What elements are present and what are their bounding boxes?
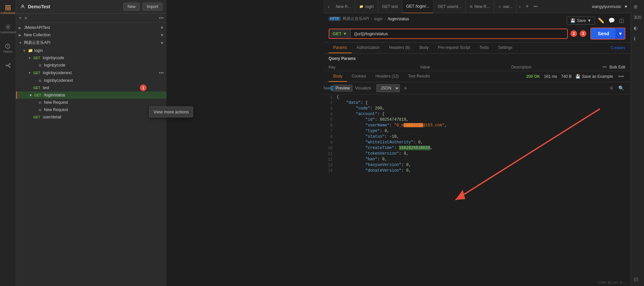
- tab-tests[interactable]: Tests: [475, 43, 493, 53]
- method-chevron: ▼: [343, 31, 347, 36]
- visualize-format-btn[interactable]: Visualize: [353, 84, 374, 92]
- response-format-bar: 🌐 Raw Visualize Raw Preview Visualize JS…: [323, 82, 631, 94]
- folder-login[interactable]: ▼ 📁 login: [16, 47, 166, 54]
- workspace-name: wangyiyunmusic: [592, 4, 621, 9]
- tab-getloginstatus[interactable]: GET /login/...: [402, 0, 434, 13]
- request-label: New Request: [44, 100, 164, 105]
- url-input[interactable]: [351, 29, 567, 38]
- add-collection-btn[interactable]: +: [19, 15, 22, 21]
- response-status: 200 OK 161 ms 740 B 💾 Save as Example ••…: [526, 72, 625, 81]
- edit-icon-btn[interactable]: ✏️: [596, 16, 606, 25]
- sidebar-flow-btn[interactable]: [3, 61, 13, 71]
- res-tab-testresults[interactable]: Test Results: [404, 71, 435, 82]
- res-tab-cookies[interactable]: Cookies: [347, 71, 371, 82]
- res-tab-body[interactable]: Body: [329, 71, 347, 82]
- res-tab-headers[interactable]: Headers (12): [371, 71, 404, 82]
- request-icon: ⊞: [39, 64, 41, 67]
- wrap-icon-btn[interactable]: ≡: [403, 84, 408, 92]
- collection-newcol[interactable]: ▶ New Collection ★: [16, 31, 166, 39]
- tab-settings[interactable]: Settings: [493, 43, 517, 53]
- tab-label: GET /login/...: [406, 4, 430, 9]
- format-select[interactable]: JSON XML HTML Text: [376, 84, 400, 92]
- tab-more-btn[interactable]: •••: [531, 3, 540, 10]
- history-label: History: [3, 50, 12, 53]
- new-button[interactable]: New: [123, 3, 140, 11]
- import-button[interactable]: Import: [143, 3, 162, 11]
- tab-newreq2[interactable]: ⊞ New R...: [466, 0, 494, 13]
- svg-rect-3: [8, 8, 10, 10]
- workspace-selector[interactable]: wangyiyunmusic ▼: [592, 4, 628, 9]
- json-line: 14 "donateVersion": 0,: [323, 168, 631, 174]
- item-loginbycode[interactable]: ▼ GET loginbycode: [16, 54, 166, 62]
- save-example-btn[interactable]: 💾 Save as Example: [575, 74, 613, 79]
- side-panel-icon-btn[interactable]: ◫: [618, 16, 625, 25]
- item-userdetail[interactable]: ▶ GET user/detail: [16, 113, 166, 121]
- item-loginbycodenext[interactable]: ▼ GET loginbycodenext •••: [16, 69, 166, 77]
- method-get-badge: GET: [33, 71, 40, 75]
- send-dropdown-btn[interactable]: ▼: [616, 28, 624, 39]
- collection-wyyy[interactable]: ▼ 网易云音乐API ★: [16, 39, 166, 47]
- more-dots-btn[interactable]: •••: [159, 70, 164, 75]
- cookies-link[interactable]: Cookies: [611, 46, 625, 50]
- bulk-edit-btn[interactable]: Bulk Edit: [609, 65, 625, 70]
- params-dots[interactable]: •••: [603, 65, 607, 70]
- folder-label: login: [34, 48, 164, 53]
- copy-icon-btn[interactable]: ⎘: [609, 84, 614, 92]
- new-request-1[interactable]: ⊞ New Request: [16, 99, 166, 106]
- tab-params[interactable]: Params: [329, 43, 352, 53]
- folder-tab-icon: 📁: [359, 5, 363, 8]
- tab-newrequest[interactable]: New R...: [332, 0, 355, 13]
- raw-format-btn[interactable]: Raw: [323, 84, 333, 92]
- star-icon: ★: [160, 25, 164, 30]
- collection-label: New Collection: [24, 33, 159, 37]
- collection-jmeter[interactable]: ▶ JMeterAPITest ★: [16, 24, 166, 31]
- sidebar-collections-btn[interactable]: Collections: [0, 3, 17, 17]
- search-icon-btn[interactable]: 🔍: [617, 84, 625, 92]
- sort-btn[interactable]: ≡: [24, 15, 27, 21]
- right-panel-icon-4[interactable]: ℹ: [632, 35, 643, 43]
- preview-format-btn[interactable]: Preview: [333, 84, 353, 92]
- item-loginstatus[interactable]: ▼ GET /login/status: [16, 91, 166, 99]
- send-button[interactable]: Send: [591, 28, 616, 39]
- json-line: 7 "type": 0,: [323, 128, 631, 134]
- tab-label: New R...: [475, 4, 490, 9]
- json-line: 1 {: [323, 94, 631, 100]
- method-select[interactable]: GET ▼: [329, 29, 351, 38]
- environments-label: Environments: [0, 31, 17, 34]
- right-panel-icon-3[interactable]: ◐: [632, 24, 643, 32]
- new-request-2[interactable]: ⊞ New Request: [16, 106, 166, 113]
- tab-gettest[interactable]: GET test: [378, 0, 402, 13]
- collection-tree: ▶ JMeterAPITest ★ ▶ New Collection ★ ▼ 网…: [16, 23, 166, 286]
- tab-next-btn[interactable]: ›: [517, 2, 522, 11]
- request-loginbycode[interactable]: ⊞ loginbycode: [16, 62, 166, 69]
- item-label: user/detail: [43, 115, 164, 119]
- more-options-btn[interactable]: •••: [159, 15, 164, 21]
- tab-add-btn[interactable]: +: [523, 2, 532, 11]
- item-test[interactable]: ▶ GET test 1: [16, 84, 166, 91]
- right-panel-icon-5[interactable]: ⟨/⟩: [632, 275, 643, 283]
- tab-prev-btn[interactable]: ‹: [326, 2, 332, 11]
- url-bar: GET ▼ 2 3 Send ▼: [329, 28, 625, 40]
- tab-getuserdetail[interactable]: GET user/d...: [434, 0, 466, 13]
- url-bar-right-actions: 💾 Save ▼ ✏️ 💬 ◫: [567, 16, 625, 25]
- tab-body[interactable]: Body: [415, 43, 433, 53]
- params-header: Key Value Description ••• Bulk Edit: [323, 64, 631, 71]
- tab-prerequest[interactable]: Pre-request Script: [433, 43, 475, 53]
- save-button[interactable]: 💾 Save ▼: [567, 17, 595, 25]
- sidebar-history-btn[interactable]: History: [1, 41, 14, 55]
- method-label: GET: [333, 31, 342, 36]
- comment-icon-btn[interactable]: 💬: [607, 16, 616, 25]
- right-panel-icon-1[interactable]: ⊞: [632, 3, 643, 11]
- response-more-btn[interactable]: •••: [617, 72, 625, 81]
- method-get-badge: GET: [33, 86, 40, 90]
- request-loginbycodenext[interactable]: ⊞ loginbycodenext: [16, 77, 166, 84]
- json-body: 1 { 2 "data": { 3 "code": 200, 4 "accoun…: [323, 94, 631, 286]
- svg-rect-0: [6, 5, 7, 7]
- right-panel-icon-2[interactable]: 300: [632, 13, 643, 21]
- tab-authorization[interactable]: Authorization: [352, 43, 384, 53]
- json-line: 10 "createTime": 1662826838020,: [323, 145, 631, 151]
- request-tabs: Params Authorization Headers (6) Body Pr…: [323, 43, 631, 54]
- tab-headers[interactable]: Headers (6): [384, 43, 415, 53]
- tab-login[interactable]: 📁 login: [355, 0, 378, 13]
- tab-war[interactable]: ⚠ war...: [494, 0, 517, 13]
